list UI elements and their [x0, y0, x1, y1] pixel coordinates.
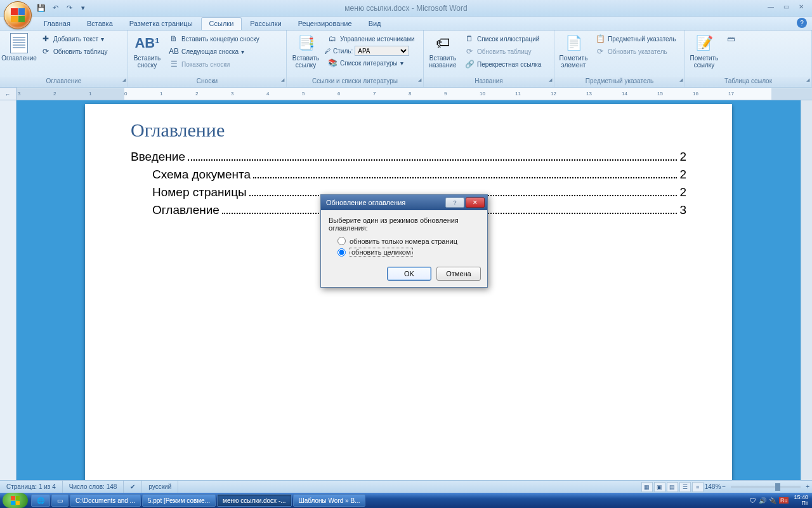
taskbar-app-button[interactable]: меню ссылки.docx -... [217, 494, 292, 507]
toc-entry-page: 2 [679, 150, 686, 164]
tray-icon[interactable]: 🛡 [750, 497, 756, 504]
dialog-titlebar[interactable]: Обновление оглавления ? ✕ [321, 195, 487, 210]
cancel-button[interactable]: Отмена [436, 267, 481, 281]
clock[interactable]: 15:40 Пт [791, 495, 808, 506]
tab-view[interactable]: Вид [360, 17, 390, 30]
toc-row[interactable]: Схема документа2 [131, 168, 686, 182]
horizontal-ruler[interactable]: 32101234567891011121314151617 [16, 88, 812, 100]
view-outline[interactable]: ☰ [679, 482, 691, 492]
group-label-toc: Оглавление [0, 77, 128, 87]
mark-citation-button[interactable]: 📝 Пометить ссылку [688, 32, 721, 70]
vertical-ruler[interactable] [0, 100, 16, 480]
taskbar-app-button[interactable]: C:\Documents and ... [70, 494, 141, 507]
show-notes-button[interactable]: ☰Показать сноски [166, 58, 262, 70]
bibliography-button[interactable]: 📚Список литературы ▾ [325, 57, 417, 69]
tab-mailings[interactable]: Рассылки [242, 17, 289, 30]
update-figures-button[interactable]: ⟳Обновить таблицу [462, 46, 544, 57]
refresh-icon: ⟳ [41, 46, 51, 57]
table-of-figures-button[interactable]: 🗒Список иллюстраций [462, 33, 544, 44]
tab-review[interactable]: Рецензирование [290, 17, 360, 30]
insert-index-button[interactable]: 📋Предметный указатель [593, 33, 678, 44]
qat-customize-icon[interactable]: ▾ [77, 3, 89, 14]
tab-references[interactable]: Ссылки [201, 17, 242, 30]
dialog-close-button[interactable]: ✕ [466, 197, 485, 208]
office-button[interactable] [4, 1, 32, 29]
vertical-scrollbar[interactable] [801, 100, 812, 480]
ruler-area: ⌐ 32101234567891011121314151617 [0, 88, 812, 100]
ribbon: Оглавление ✚Добавить текст ▾ ⟳Обновить т… [0, 30, 812, 88]
mark-entry-icon: 📄 [563, 33, 584, 53]
tab-insert[interactable]: Вставка [79, 17, 121, 30]
dialog-prompt: Выберите один из режимов обновления огла… [329, 217, 480, 232]
toc-title: Оглавление [131, 119, 686, 141]
start-button[interactable] [3, 493, 28, 508]
tray-icon[interactable]: 🔌 [769, 497, 776, 504]
insert-caption-button[interactable]: 🏷 Вставить название [426, 32, 459, 70]
insert-endnote-button[interactable]: 🗎Вставить концевую сноску [166, 33, 262, 44]
status-language[interactable]: русский [142, 481, 178, 493]
proofing-icon: ✔ [130, 483, 135, 490]
windows-logo-icon [11, 496, 20, 505]
tab-page-layout[interactable]: Разметка страницы [121, 17, 201, 30]
plus-icon: ✚ [41, 34, 51, 44]
save-icon[interactable]: 💾 [36, 3, 47, 14]
tab-home[interactable]: Главная [36, 17, 79, 30]
quicklaunch-desktop[interactable]: ▭ [51, 494, 69, 507]
status-proofing[interactable]: ✔ [124, 481, 142, 493]
radio-update-all[interactable]: обновить целиком [329, 246, 480, 258]
mark-entry-button[interactable]: 📄 Пометить элемент [557, 32, 590, 70]
redo-icon[interactable]: ↷ [63, 3, 75, 14]
ok-button[interactable]: OK [387, 267, 431, 281]
help-button[interactable]: ? [797, 18, 807, 28]
index-icon: 📋 [595, 34, 605, 44]
update-index-button[interactable]: ⟳Обновить указатель [593, 46, 678, 57]
manage-sources-icon: 🗂 [327, 34, 337, 44]
citation-style-select[interactable]: APA [355, 46, 409, 56]
close-button[interactable]: ✕ [794, 1, 808, 11]
dialog-help-button[interactable]: ? [445, 197, 464, 208]
radio-update-pages-label: обновить только номера страниц [350, 237, 457, 245]
toc-button[interactable]: Оглавление [3, 32, 36, 63]
system-tray[interactable]: 🛡 🔊 🔌 Ru 15:40 Пт [746, 495, 812, 506]
view-full-screen[interactable]: ▣ [654, 482, 665, 492]
add-text-button[interactable]: ✚Добавить текст ▾ [38, 33, 110, 44]
toc-row[interactable]: Введение2 [131, 150, 686, 164]
manage-sources-button[interactable]: 🗂Управление источниками [325, 33, 417, 44]
crossref-icon: 🔗 [464, 59, 475, 69]
taskbar-app-button[interactable]: Шаблоны Word » B... [293, 494, 366, 507]
taskbar-app-button[interactable]: 5.ppt [Режим совме... [142, 494, 216, 507]
zoom-out-button[interactable]: − [722, 483, 726, 490]
zoom-in-button[interactable]: + [806, 483, 809, 490]
view-web-layout[interactable]: ▤ [667, 482, 678, 492]
insert-footnote-button[interactable]: AB¹ Вставить сноску [131, 32, 164, 70]
toc-entry-page: 2 [679, 185, 686, 199]
radio-update-pages-input[interactable] [337, 237, 346, 245]
next-footnote-button[interactable]: ABСледующая сноска ▾ [166, 46, 262, 57]
status-word-count[interactable]: Число слов: 148 [63, 481, 124, 493]
status-page[interactable]: Страница: 1 из 4 [0, 481, 63, 493]
style-icon: 🖋 [325, 48, 331, 55]
quicklaunch-ie[interactable]: 🌐 [31, 494, 50, 507]
ribbon-tabs: Главная Вставка Разметка страницы Ссылки… [0, 17, 812, 30]
update-toc-button[interactable]: ⟳Обновить таблицу [38, 46, 110, 57]
group-label-index: Предметный указатель [554, 77, 684, 87]
view-draft[interactable]: ≡ [692, 482, 704, 492]
toa-extra-icon[interactable]: 🗃 [723, 33, 738, 44]
zoom-value[interactable]: 148% [705, 483, 721, 490]
tray-icon[interactable]: 🔊 [759, 497, 766, 504]
document-scroll[interactable]: Оглавление Введение2Схема документа2Номе… [16, 100, 801, 480]
maximize-button[interactable]: ▭ [779, 1, 793, 11]
insert-citation-button[interactable]: 📑 Вставить ссылку [289, 32, 322, 70]
undo-icon[interactable]: ↶ [49, 3, 61, 14]
titlebar: 💾 ↶ ↷ ▾ меню ссылки.docx - Microsoft Wor… [0, 0, 812, 17]
minimize-button[interactable]: — [764, 1, 778, 11]
radio-update-pages[interactable]: обновить только номера страниц [329, 236, 480, 246]
view-print-layout[interactable]: ▦ [641, 482, 653, 492]
toc-leader [188, 159, 677, 161]
cross-reference-button[interactable]: 🔗Перекрестная ссылка [462, 58, 544, 70]
radio-update-all-input[interactable] [337, 248, 346, 257]
tray-lang[interactable]: Ru [779, 497, 789, 504]
zoom-slider[interactable] [731, 486, 801, 488]
window-title: меню ссылки.docx - Microsoft Word [344, 4, 467, 13]
toc-entry-text: Введение [131, 150, 185, 164]
